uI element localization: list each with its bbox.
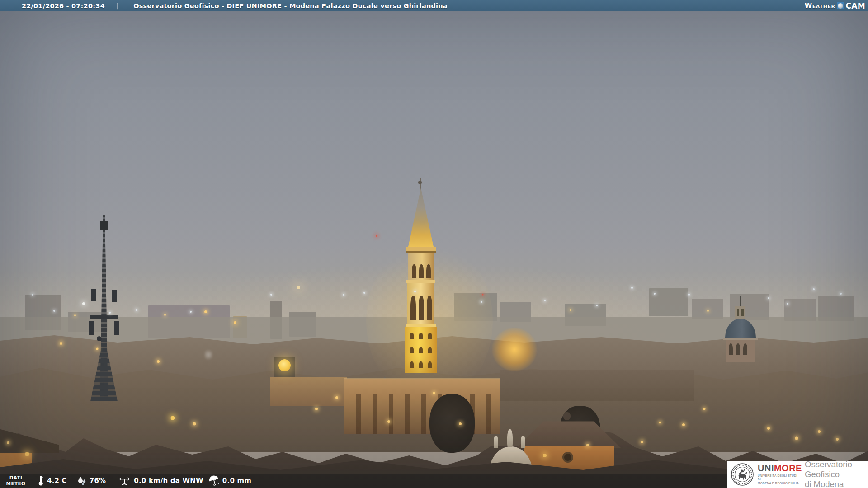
city-light bbox=[96, 348, 99, 350]
city-light bbox=[641, 441, 643, 443]
wind-vane-icon bbox=[118, 475, 131, 486]
city-light bbox=[767, 427, 770, 430]
unimore-subtitle-line2: MODENA E REGGIO EMILIA bbox=[758, 482, 801, 486]
weathercam-cam-text: CAM bbox=[846, 1, 865, 10]
weathercam-weather-text: Weather bbox=[805, 2, 835, 10]
city-light bbox=[688, 294, 690, 296]
city-light bbox=[840, 293, 842, 295]
city-light bbox=[707, 310, 709, 312]
city-light bbox=[32, 294, 33, 296]
meteo-label-line2: METEO bbox=[0, 481, 32, 487]
meteo-data-label: DATI METEO bbox=[0, 475, 32, 487]
city-light bbox=[387, 420, 390, 423]
city-light bbox=[631, 287, 633, 289]
city-light bbox=[570, 309, 571, 311]
humidity-drops-icon bbox=[77, 476, 87, 486]
city-light bbox=[654, 293, 656, 295]
city-light bbox=[363, 292, 365, 294]
city-light bbox=[82, 302, 85, 305]
city-light bbox=[234, 321, 236, 324]
page-title: Osservatorio Geofisico - DIEF UNIMORE - … bbox=[133, 2, 447, 9]
temperature-reading: 4.2 C bbox=[37, 475, 67, 487]
city-light bbox=[543, 454, 547, 457]
weathercam-orb-icon bbox=[837, 2, 844, 9]
city-light bbox=[53, 310, 55, 312]
city-light bbox=[544, 300, 546, 301]
unimore-name: UNIMORE bbox=[758, 464, 801, 473]
observatory-name: Osservatorio Geofisico di Modena bbox=[805, 460, 868, 488]
umbrella-icon bbox=[208, 475, 220, 486]
unimore-uni-text: UNI bbox=[758, 463, 774, 473]
city-light bbox=[204, 310, 207, 313]
city-light bbox=[768, 297, 769, 299]
city-light bbox=[7, 441, 9, 444]
city-light bbox=[433, 392, 435, 394]
humidity-reading: 76% bbox=[77, 476, 106, 486]
city-light bbox=[813, 288, 815, 290]
city-light bbox=[60, 342, 62, 345]
city-light bbox=[297, 286, 300, 289]
city-light bbox=[109, 312, 111, 314]
humidity-value: 76% bbox=[90, 477, 106, 485]
city-light bbox=[836, 438, 839, 441]
weathercam-logo: Weather CAM bbox=[805, 0, 865, 11]
city-light bbox=[270, 294, 272, 296]
thermometer-icon bbox=[37, 475, 44, 487]
precipitation-value: 0.0 mm bbox=[222, 477, 251, 485]
observatory-name-line1: Osservatorio Geofisico bbox=[805, 460, 868, 479]
wind-value: 0.0 km/h da WNW bbox=[134, 477, 203, 485]
city-light bbox=[481, 301, 482, 303]
city-light bbox=[164, 314, 166, 316]
city-light bbox=[171, 416, 175, 420]
city-light bbox=[703, 408, 706, 410]
city-light bbox=[157, 360, 160, 363]
city-light bbox=[596, 305, 598, 306]
precipitation-reading: 0.0 mm bbox=[208, 475, 251, 486]
city-light bbox=[586, 444, 589, 446]
observatory-name-line2: di Modena bbox=[805, 479, 868, 488]
timestamp: 22/01/2026 - 07:20:34 bbox=[22, 2, 105, 9]
webcam-photo bbox=[0, 0, 868, 488]
city-light bbox=[414, 291, 416, 292]
unimore-subtitle: UNIVERSITÀ DEGLI STUDI DI MODENA E REGGI… bbox=[758, 474, 801, 486]
city-light bbox=[74, 314, 76, 316]
city-light bbox=[682, 423, 685, 426]
unimore-logo-box: UNIMORE UNIVERSITÀ DEGLI STUDI DI MODENA… bbox=[727, 461, 868, 488]
webcam-frame: 22/01/2026 - 07:20:34 | Osservatorio Geo… bbox=[0, 0, 868, 488]
city-light bbox=[795, 437, 798, 440]
temperature-value: 4.2 C bbox=[47, 477, 67, 485]
top-overlay-bar: 22/01/2026 - 07:20:34 | Osservatorio Geo… bbox=[0, 0, 868, 11]
meteo-label-line1: DATI bbox=[0, 475, 32, 481]
city-light bbox=[818, 430, 821, 433]
city-lights-layer bbox=[0, 0, 868, 488]
unimore-subtitle-line1: UNIVERSITÀ DEGLI STUDI DI bbox=[758, 474, 801, 482]
unimore-wordmark: UNIMORE UNIVERSITÀ DEGLI STUDI DI MODENA… bbox=[758, 464, 801, 486]
city-light bbox=[482, 294, 484, 296]
city-light bbox=[335, 396, 338, 399]
unimore-seal-icon bbox=[731, 463, 754, 486]
city-light bbox=[190, 311, 192, 313]
city-light bbox=[315, 408, 318, 410]
city-light bbox=[193, 422, 196, 426]
city-light bbox=[659, 422, 661, 424]
wind-reading: 0.0 km/h da WNW bbox=[118, 475, 203, 486]
city-light bbox=[459, 422, 462, 425]
city-light bbox=[787, 303, 788, 305]
unimore-more-text: MORE bbox=[774, 463, 802, 473]
city-light bbox=[376, 235, 377, 237]
separator: | bbox=[117, 2, 119, 9]
city-light bbox=[343, 294, 344, 296]
city-light bbox=[25, 452, 29, 456]
city-light bbox=[136, 309, 137, 311]
